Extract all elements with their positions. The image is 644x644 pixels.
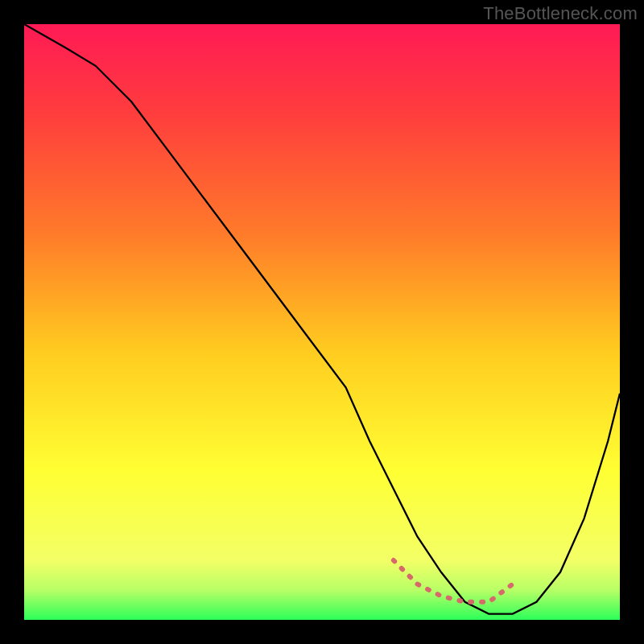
chart-svg [24, 24, 620, 620]
plot-area [24, 24, 620, 620]
gradient-background [24, 24, 620, 620]
chart-container: TheBottleneck.com [0, 0, 644, 644]
watermark-text: TheBottleneck.com [483, 3, 638, 24]
